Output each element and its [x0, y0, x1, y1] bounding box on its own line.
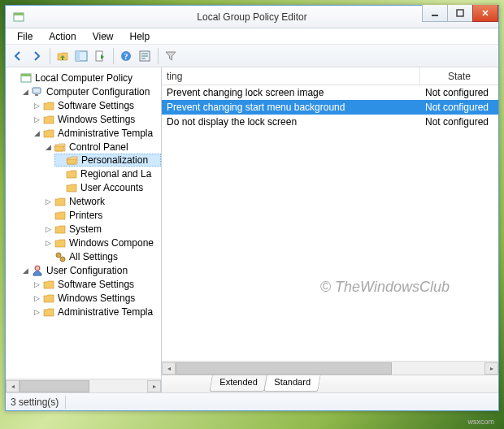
list-row[interactable]: Do not display the lock screen Not confi…	[162, 115, 498, 129]
tree-administrative-templates[interactable]: ▷ Administrative Templa	[32, 305, 161, 318]
scroll-track[interactable]	[20, 380, 147, 392]
tree-regional[interactable]: ▷ Regional and La	[54, 167, 161, 180]
tree-personalization[interactable]: ▷ Personalization	[54, 154, 161, 167]
tree-control-panel[interactable]: ◢ Control Panel	[43, 140, 161, 154]
scroll-right-icon[interactable]: ▸	[147, 380, 161, 392]
export-list-button[interactable]	[91, 47, 109, 65]
expander-icon[interactable]: ▷	[32, 280, 41, 289]
tree-windows-settings[interactable]: ▷ Windows Settings	[32, 112, 161, 126]
svg-rect-15	[33, 88, 41, 93]
scroll-thumb[interactable]	[176, 362, 392, 375]
scroll-left-icon[interactable]: ◂	[162, 362, 176, 375]
properties-button[interactable]	[136, 47, 154, 65]
forward-button[interactable]	[28, 47, 46, 65]
cell-setting: Do not display the lock screen	[162, 116, 420, 128]
expander-open-icon[interactable]: ◢	[20, 87, 30, 97]
menu-file[interactable]: File	[9, 30, 41, 43]
folder-icon	[42, 113, 55, 126]
svg-text:?: ?	[124, 52, 128, 61]
list-row[interactable]: Prevent changing lock screen image Not c…	[162, 85, 498, 100]
tree-printers[interactable]: ▷ Printers	[43, 208, 161, 222]
tree-windows-components[interactable]: ▷ Windows Compone	[43, 236, 161, 249]
tree-software-settings[interactable]: ▷ Software Settings	[32, 98, 161, 112]
tree-root[interactable]: ▷ Local Computer Policy	[9, 71, 161, 84]
cell-state: Not configured	[420, 102, 498, 113]
close-button[interactable]	[472, 5, 498, 22]
show-hide-tree-button[interactable]	[72, 47, 90, 65]
folder-icon	[54, 195, 67, 208]
tree: ▷ Local Computer Policy ◢ Computer Confi…	[9, 71, 161, 318]
policy-icon	[20, 72, 33, 84]
back-button[interactable]	[9, 47, 27, 65]
expander-icon[interactable]: ▷	[32, 101, 41, 110]
tree-label: Local Computer Policy	[35, 72, 133, 84]
tree-label: Windows Compone	[69, 237, 154, 249]
expander-icon[interactable]: ▷	[32, 293, 41, 303]
folder-icon	[42, 292, 55, 305]
tree-software-settings[interactable]: ▷ Software Settings	[32, 277, 161, 291]
svg-rect-1	[14, 13, 24, 15]
tree-network[interactable]: ▷ Network	[43, 194, 161, 208]
up-button[interactable]	[54, 47, 72, 65]
column-label: ting	[167, 71, 182, 82]
menu-action[interactable]: Action	[41, 30, 84, 43]
watermark: © TheWindowsClub	[320, 279, 450, 296]
tab-standard[interactable]: Standard	[264, 375, 321, 392]
scroll-thumb[interactable]	[20, 380, 89, 392]
tree-computer-configuration[interactable]: ◢ Computer Configuration	[20, 84, 161, 98]
menu-help[interactable]: Help	[122, 30, 159, 43]
list-row[interactable]: Prevent changing start menu background N…	[162, 100, 498, 115]
folder-icon	[42, 306, 55, 318]
expander-icon[interactable]: ▷	[43, 197, 53, 206]
filter-button[interactable]	[162, 47, 180, 65]
svg-rect-2	[432, 15, 438, 16]
toolbar-separator	[113, 48, 114, 64]
tree-windows-settings[interactable]: ▷ Windows Settings	[32, 291, 161, 305]
tree-label: Windows Settings	[58, 114, 135, 125]
expander-icon[interactable]: ▷	[32, 115, 41, 124]
tree-user-configuration[interactable]: ◢ User Configuration	[20, 263, 161, 277]
tree-label: Personalization	[81, 154, 148, 166]
tree-pane: ▷ Local Computer Policy ◢ Computer Confi…	[6, 67, 162, 392]
expander-open-icon[interactable]: ◢	[43, 142, 53, 152]
scroll-right-icon[interactable]: ▸	[484, 362, 498, 375]
expander-icon[interactable]: ▷	[43, 238, 53, 248]
status-separator	[65, 396, 66, 409]
statusbar: 3 setting(s)	[6, 392, 498, 410]
tree-label: Regional and La	[80, 168, 151, 180]
svg-rect-10	[141, 53, 148, 54]
tab-label: Standard	[275, 377, 311, 387]
column-header-setting[interactable]: ting	[162, 67, 420, 84]
folder-open-icon	[54, 141, 67, 154]
cell-setting: Prevent changing lock screen image	[162, 87, 420, 98]
svg-rect-5	[76, 51, 80, 61]
tree-administrative-templates[interactable]: ◢ Administrative Templa	[32, 126, 161, 140]
maximize-button[interactable]	[447, 5, 473, 22]
expander-icon[interactable]: ▷	[32, 307, 41, 317]
toolbar-separator	[50, 48, 50, 64]
tree-horizontal-scrollbar[interactable]: ◂ ▸	[6, 379, 161, 392]
tree-user-accounts[interactable]: ▷ User Accounts	[54, 180, 161, 194]
expander-open-icon[interactable]: ◢	[20, 266, 30, 275]
status-count: 3 setting(s)	[11, 396, 59, 408]
scroll-track[interactable]	[176, 362, 484, 375]
column-label: State	[448, 71, 471, 82]
menu-view[interactable]: View	[85, 30, 122, 43]
tree-all-settings[interactable]: ▷ All Settings	[43, 249, 161, 263]
tree-label: Control Panel	[69, 141, 128, 153]
list-horizontal-scrollbar[interactable]: ◂ ▸	[162, 361, 498, 375]
svg-point-17	[56, 253, 61, 258]
tab-extended[interactable]: Extended	[209, 375, 267, 392]
tree-system[interactable]: ▷ System	[43, 222, 161, 236]
help-button[interactable]: ?	[117, 47, 135, 65]
body: ▷ Local Computer Policy ◢ Computer Confi…	[6, 67, 498, 392]
expander-open-icon[interactable]: ◢	[32, 128, 41, 138]
minimize-button[interactable]	[422, 5, 448, 22]
tree-label: User Accounts	[80, 182, 143, 193]
column-header-state[interactable]: State	[420, 67, 498, 84]
tree-label: Administrative Templa	[58, 306, 153, 318]
scroll-left-icon[interactable]: ◂	[6, 380, 20, 392]
settings-icon	[54, 250, 67, 263]
svg-point-19	[35, 266, 40, 271]
expander-icon[interactable]: ▷	[43, 224, 53, 234]
